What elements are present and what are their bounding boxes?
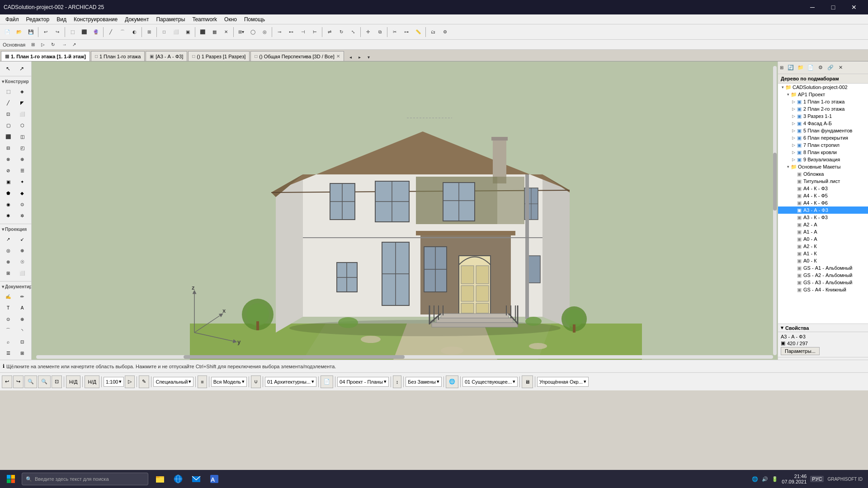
tray-network[interactable]: 🌐	[752, 476, 758, 482]
taskbar-explorer[interactable]	[152, 471, 168, 487]
tree-m3[interactable]: ▷ ▣ А4 - К - Ф3	[778, 185, 868, 192]
tray-sound[interactable]: 🔊	[762, 476, 768, 482]
tree-m1[interactable]: ▷ ▣ Обложка	[778, 170, 868, 178]
bt-undo[interactable]: ↩	[2, 375, 12, 388]
lt-tool-3[interactable]: ◤	[16, 97, 28, 108]
graphisoft-id[interactable]: GRAPHISOFT ID	[827, 477, 863, 482]
open-btn[interactable]: 📂	[14, 27, 24, 38]
copy-btn[interactable]: ⧉	[374, 27, 385, 38]
trim-btn[interactable]: ✂	[389, 27, 400, 38]
tree-m12[interactable]: ▷ ▣ А1 - К	[778, 250, 868, 257]
lt-tool-8[interactable]: ⬛	[2, 131, 14, 142]
tray-lang[interactable]: РУС	[810, 476, 824, 482]
grid-btn[interactable]: ⊞	[144, 27, 155, 38]
lt-doc-1[interactable]: ✏	[16, 291, 28, 302]
props-add[interactable]: ⊕	[780, 358, 789, 360]
close-button[interactable]: ✕	[844, 0, 864, 14]
arrow2-tool[interactable]: ↗	[15, 63, 28, 74]
lt-doc-5[interactable]: ⊕	[16, 314, 28, 324]
bt-all-model[interactable]: Вся Модель ▾	[211, 377, 247, 387]
props-link[interactable]: 🔗	[820, 358, 829, 360]
tree-refresh[interactable]: 🔄	[786, 63, 795, 72]
tree-p9-arrow[interactable]: ▷	[791, 157, 796, 162]
menu-window[interactable]: Окно	[221, 15, 241, 23]
tree-m17[interactable]: ▷ ▣ GS - А4 - Книжный	[778, 286, 868, 293]
tree-m14[interactable]: ▷ ▣ GS - А1 - Альбомный	[778, 264, 868, 272]
lt-proj-3[interactable]: ⊕	[16, 245, 28, 256]
bt-screen-icon[interactable]: 🖥	[522, 375, 533, 388]
lt-doc-3[interactable]: A	[16, 302, 28, 313]
lt-tool-10[interactable]: ⊟	[2, 142, 14, 153]
tree-root-arrow[interactable]: ▾	[780, 84, 785, 90]
lt-tool-5[interactable]: ⬜	[16, 108, 28, 119]
bt-zoom-next[interactable]: 🔍	[38, 375, 51, 388]
tree-m5[interactable]: ▷ ▣ А4 - К - Ф6	[778, 199, 868, 206]
osnova-btn4[interactable]: →	[59, 41, 69, 49]
tree-ap1-arrow[interactable]: ▾	[785, 92, 791, 97]
tree-settings[interactable]: ⚙	[816, 63, 825, 72]
menu-document[interactable]: Документ	[121, 15, 152, 23]
lt-tool-22[interactable]: ✱	[2, 210, 14, 221]
lt-proj-6[interactable]: ⊞	[2, 267, 14, 278]
lt-doc-7[interactable]: ◝	[16, 325, 28, 336]
tree-p5-arrow[interactable]: ▷	[791, 128, 796, 133]
tree-m4[interactable]: ▷ ▣ А4 - К - Ф5	[778, 192, 868, 199]
tree-p1[interactable]: ▷ ▣ 1 План 1-го этажа	[778, 98, 868, 105]
align2-btn[interactable]: ⊢	[309, 27, 320, 38]
bt-exist[interactable]: 01 Существующее... ▾	[462, 377, 518, 387]
lt-tool-17[interactable]: ✦	[16, 176, 28, 187]
lt-doc-6[interactable]: ⌒	[2, 325, 14, 336]
tree-m13[interactable]: ▷ ▣ А0 - К	[778, 257, 868, 264]
rect3-btn[interactable]: ▣	[182, 27, 193, 38]
rect2-btn[interactable]: ⬜	[170, 27, 181, 38]
tab-5-close[interactable]: ✕	[336, 54, 340, 59]
lt-tool-6[interactable]: ▢	[2, 120, 14, 131]
lt-tool-23[interactable]: ✲	[16, 210, 28, 221]
line2-btn[interactable]: ⌒	[117, 27, 128, 38]
circ-btn[interactable]: ◯	[247, 27, 258, 38]
tree-root[interactable]: ▾ 📁 CADSolution-project-002	[778, 84, 868, 91]
props-delete[interactable]: ✕	[830, 358, 839, 360]
tree-p8[interactable]: ▷ ▣ 8 План кровли	[778, 149, 868, 156]
scroll-handle-v[interactable]	[773, 153, 777, 211]
beam-btn[interactable]: ⊸	[274, 27, 285, 38]
lt-tool-0[interactable]: ⬚	[2, 86, 14, 97]
tree-p2[interactable]: ▷ ▣ 2 План 2-го этажа	[778, 105, 868, 113]
lt-doc-2[interactable]: Т	[2, 302, 14, 313]
lt-doc-8[interactable]: ⌕	[2, 336, 14, 347]
circ2-btn[interactable]: ◎	[259, 27, 270, 38]
lt-tool-13[interactable]: ⊕	[16, 154, 28, 164]
line3-btn[interactable]: ◐	[129, 27, 140, 38]
menu-help[interactable]: Помощь	[241, 15, 269, 23]
rotate-btn[interactable]: ↻	[336, 27, 347, 38]
tree-p5[interactable]: ▷ ▣ 5 План фундаментов	[778, 127, 868, 134]
tree-p9[interactable]: ▷ ▣ 9 Визуализация	[778, 156, 868, 163]
osnova-btn3[interactable]: ↻	[48, 41, 58, 49]
tree-m2[interactable]: ▷ ▣ Титульный лист	[778, 178, 868, 185]
tree-m16[interactable]: ▷ ▣ GS - А3 - Альбомный	[778, 279, 868, 286]
tree-m15[interactable]: ▷ ▣ GS - А2 - Альбомный	[778, 272, 868, 279]
wall-btn[interactable]: ⬛	[197, 27, 208, 38]
scroll-handle-h[interactable]	[184, 355, 405, 359]
bt-zoom-val[interactable]: 1:100 ▾	[104, 377, 124, 387]
lt-tool-2[interactable]: ╱	[2, 97, 14, 108]
lt-proj-1[interactable]: ↙	[16, 234, 28, 244]
tree-p6[interactable]: ▷ ▣ 6 План перекрытия	[778, 134, 868, 141]
lt-doc-0[interactable]: ✍	[2, 291, 14, 302]
lt-tool-12[interactable]: ⊗	[2, 154, 14, 164]
tree-p6-arrow[interactable]: ▷	[791, 135, 796, 141]
taskbar-search[interactable]: 🔍 Введите здесь текст для поиска	[22, 473, 148, 485]
tree-link[interactable]: 🔗	[826, 63, 835, 72]
lt-doc-11[interactable]: ⊞	[16, 347, 28, 358]
save-btn[interactable]: 💾	[25, 27, 36, 38]
lt-tool-14[interactable]: ⊘	[2, 165, 14, 176]
start-button[interactable]	[2, 471, 20, 487]
lt-tool-20[interactable]: ◉	[2, 199, 14, 210]
select2-btn[interactable]: ⬛	[79, 27, 90, 38]
bt-replace-icon[interactable]: ↕	[393, 375, 402, 388]
lt-tool-19[interactable]: ◆	[16, 188, 28, 198]
tab-5[interactable]: □ () Общая Перспектива [3D / Все] ✕	[250, 51, 344, 61]
taskbar-archicad[interactable]: A	[206, 471, 222, 487]
osnova-btn2[interactable]: ▷	[38, 41, 48, 49]
bt-special[interactable]: Специальный ▾	[153, 377, 193, 387]
